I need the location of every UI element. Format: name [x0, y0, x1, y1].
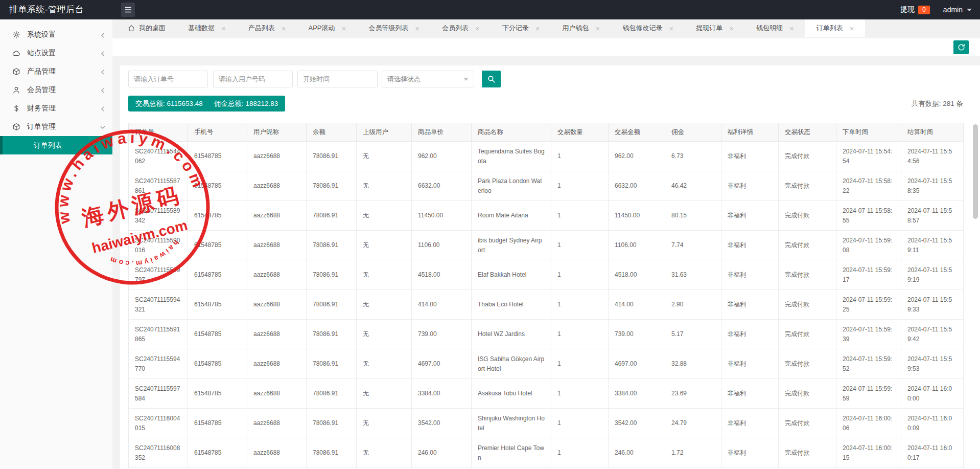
table-cell: Shinjuku Washington Hotel	[472, 409, 551, 438]
table-cell: Room Mate Aitana	[472, 201, 551, 231]
admin-menu[interactable]: admin	[943, 6, 972, 14]
withdraw-link[interactable]: 提现 0	[900, 5, 930, 14]
sidebar-item-gear[interactable]: 系统设置	[0, 26, 112, 44]
close-icon[interactable]: ×	[221, 25, 226, 32]
search-button[interactable]	[482, 71, 501, 87]
table-cell: 4697.00	[609, 349, 665, 379]
table-cell: 2024-07-11 15:59:59	[836, 379, 901, 409]
table-cell: SC24071115589342	[129, 201, 188, 231]
table-cell: 61548785	[188, 201, 247, 231]
close-icon[interactable]: ×	[789, 25, 794, 32]
table-cell: 2024-07-11 16:00:00	[901, 379, 964, 409]
table-cell: 1	[551, 290, 609, 320]
close-icon[interactable]: ×	[729, 25, 734, 32]
order-no-input[interactable]	[128, 71, 208, 87]
tab-label: 订单列表	[816, 24, 843, 33]
chevron-down-icon	[967, 9, 972, 11]
tab-item[interactable]: 产品列表×	[237, 19, 297, 37]
table-cell: 2024-07-11 15:59:11	[901, 231, 964, 260]
tab-item[interactable]: 基础数据×	[177, 19, 237, 37]
table-cell: 246.00	[609, 438, 665, 468]
tab-item[interactable]: 订单列表×	[805, 19, 866, 37]
tab-item[interactable]: 我的桌面	[116, 19, 177, 37]
vertical-scrollbar-thumb[interactable]	[973, 124, 978, 219]
close-icon[interactable]: ×	[415, 25, 419, 32]
table-cell: SC24071115597584	[129, 379, 188, 409]
table-cell: 3384.00	[609, 379, 665, 409]
table-cell: 46.42	[665, 171, 721, 201]
table-cell: 6632.00	[412, 171, 472, 201]
table-cell: Asakusa Tobu Hotel	[472, 379, 551, 409]
close-icon[interactable]: ×	[535, 25, 540, 32]
close-icon[interactable]: ×	[596, 25, 600, 32]
chevron-left-icon	[100, 69, 106, 75]
table-cell: 无	[357, 290, 412, 320]
table-cell: 78086.91	[307, 320, 357, 349]
tab-item[interactable]: 用户钱包×	[551, 19, 612, 37]
table-cell: aazz6688	[247, 260, 307, 290]
tab-item[interactable]: 提现订单×	[685, 19, 745, 37]
app-title: 排单系统-管理后台	[9, 0, 84, 19]
table-cell: 1	[551, 409, 609, 438]
tab-item[interactable]: APP滚动×	[297, 19, 358, 37]
table-cell: 2024-07-11 15:59:19	[901, 260, 964, 290]
table-cell: 2024-07-11 15:58:57	[901, 201, 964, 231]
table-cell: 32.88	[665, 349, 721, 379]
user-no-input[interactable]	[213, 71, 293, 87]
table-cell: aazz6688	[247, 349, 307, 379]
table-cell: 非福利	[721, 409, 779, 438]
chevron-down-icon	[463, 78, 469, 81]
table-cell: 完成付款	[779, 290, 836, 320]
sidebar-item-cloud[interactable]: 站点设置	[0, 44, 112, 62]
table-cell: 11450.00	[412, 201, 472, 231]
table-cell: 80.15	[665, 201, 721, 231]
close-icon[interactable]: ×	[475, 25, 480, 32]
tab-item[interactable]: 钱包明细×	[745, 19, 805, 37]
table-cell: 完成付款	[779, 171, 836, 201]
refresh-button[interactable]	[953, 40, 969, 54]
table-row: SC2407111559477061548785aazz668878086.91…	[129, 349, 964, 379]
column-header: 商品名称	[472, 123, 551, 142]
close-icon[interactable]: ×	[850, 25, 854, 32]
tab-item[interactable]: 会员列表×	[431, 19, 491, 37]
tab-item[interactable]: 会员等级列表×	[357, 19, 431, 37]
table-cell: 非福利	[721, 320, 779, 349]
start-time-input[interactable]	[297, 71, 378, 87]
close-icon[interactable]: ×	[669, 25, 673, 32]
refresh-icon	[958, 43, 965, 51]
table-cell: 5.17	[665, 320, 721, 349]
table-cell: 完成付款	[779, 409, 836, 438]
hamburger-button[interactable]	[121, 3, 135, 17]
table-cell: 414.00	[412, 290, 472, 320]
table-cell: 非福利	[721, 142, 779, 171]
table-cell: 1106.00	[412, 231, 472, 260]
table-cell: 4518.00	[412, 260, 472, 290]
tab-item[interactable]: 下分记录×	[491, 19, 551, 37]
sidebar-item-product[interactable]: 产品管理	[0, 62, 112, 81]
table-cell: 无	[357, 171, 412, 201]
table-header-row: 订单号手机号用户昵称余额上级用户商品单价商品名称交易数量交易金额佣金福利详情交易…	[129, 123, 964, 142]
close-icon[interactable]: ×	[282, 25, 286, 32]
sidebar-subitem-order-list[interactable]: 订单列表	[0, 136, 112, 154]
sidebar-item-user[interactable]: 会员管理	[0, 81, 112, 99]
table-cell: Tequendama Suites Bogota	[472, 142, 551, 171]
cloud-icon	[12, 49, 20, 57]
table-cell: Premier Hotel Cape Town	[472, 438, 551, 468]
status-select-placeholder: 请选择状态	[387, 75, 421, 84]
table-cell: 61548785	[188, 290, 247, 320]
table-cell: aazz6688	[247, 438, 307, 468]
status-select[interactable]: 请选择状态	[382, 71, 474, 87]
sidebar-item-label: 订单管理	[27, 122, 56, 131]
table-cell: 24.79	[665, 409, 721, 438]
total-count-text: 共有数据: 281 条	[912, 99, 963, 108]
tab-item[interactable]: 钱包修改记录×	[611, 19, 685, 37]
table-cell: SC24071115594770	[129, 349, 188, 379]
table-cell: 无	[357, 379, 412, 409]
table-cell: 61548785	[188, 260, 247, 290]
tab-label: 会员等级列表	[368, 24, 408, 33]
close-icon[interactable]: ×	[342, 25, 346, 32]
sidebar-item-dollar[interactable]: 财务管理	[0, 99, 112, 118]
sidebar-item-order[interactable]: 订单管理	[0, 118, 112, 136]
table-cell: 11450.00	[609, 201, 665, 231]
chevron-left-icon	[100, 87, 106, 93]
